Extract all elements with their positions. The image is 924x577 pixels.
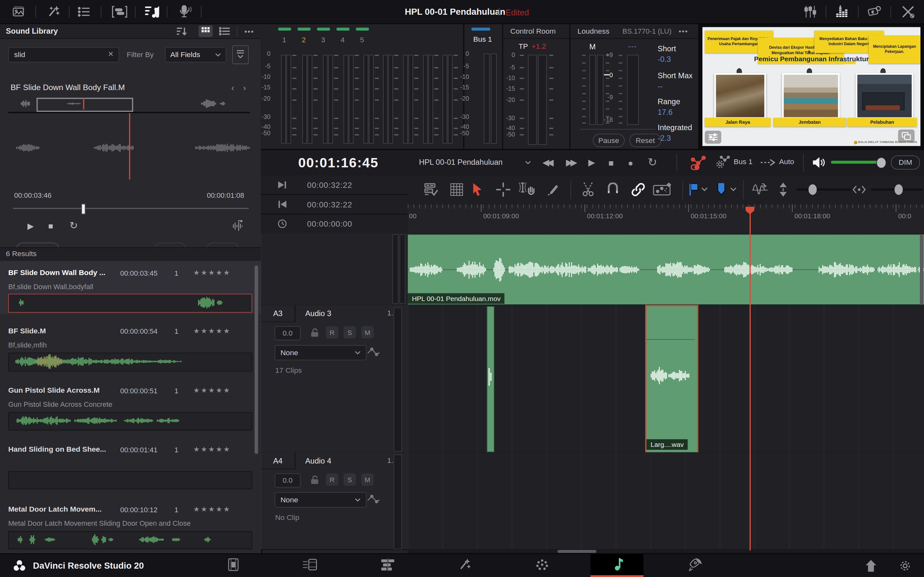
tag-icon[interactable] <box>867 4 882 19</box>
more-options-icon[interactable]: ••• <box>242 25 257 37</box>
solo-button[interactable]: S <box>344 474 356 486</box>
page-color[interactable] <box>525 554 559 575</box>
audio-clip-selected[interactable]: Larg....wav <box>645 305 698 454</box>
vertical-zoom-icon[interactable] <box>778 181 788 198</box>
volume-slider-knob[interactable] <box>876 157 886 168</box>
timeline-vscrollbar-thumb[interactable] <box>920 234 923 305</box>
video-frame[interactable]: Penerimaan Pajak dan Royalti Izin Usaha … <box>702 27 921 146</box>
list-item[interactable]: BF Slide.M 00:00:00:54 1 ★★★★★ Bf,slide,… <box>0 314 261 374</box>
metadata-icon[interactable] <box>111 4 128 19</box>
mute-button[interactable]: M <box>361 326 374 339</box>
channel-number[interactable]: 3 <box>321 36 325 44</box>
list-item[interactable]: Metal Door Latch Movem... 00:00:10:12 1 … <box>0 491 261 554</box>
eq-dropdown[interactable]: None <box>275 492 367 508</box>
track-header-a3[interactable]: A3 Audio 3 1.0 0.0 R S M None 17 Clips <box>261 305 409 453</box>
page-fusion[interactable] <box>449 554 481 575</box>
track-grid-icon[interactable] <box>449 182 465 197</box>
dim-button[interactable]: DIM <box>891 155 920 169</box>
timeline-hscrollbar-thumb[interactable] <box>557 550 596 553</box>
monitor-settings-gear-icon[interactable] <box>715 155 731 170</box>
rating-stars[interactable]: ★★★★★ <box>193 269 231 277</box>
snap-magnet-icon[interactable] <box>605 181 620 198</box>
automation-toggle-icon[interactable] <box>690 154 708 171</box>
list-view-icon[interactable] <box>218 25 231 37</box>
database-icon[interactable] <box>232 45 249 64</box>
rating-stars[interactable]: ★★★★★ <box>193 505 231 514</box>
search-input[interactable] <box>8 47 119 63</box>
lock-icon[interactable] <box>309 326 321 339</box>
result-waveform[interactable] <box>8 471 252 489</box>
page-fairlight-active[interactable] <box>590 554 643 575</box>
preview-waveform[interactable] <box>8 113 250 183</box>
rating-stars[interactable]: ★★★★★ <box>193 386 231 395</box>
track-volume[interactable]: 0.0 <box>275 326 300 340</box>
timeline-options-icon[interactable] <box>424 182 440 197</box>
link-clips-icon[interactable] <box>630 181 647 198</box>
range-select-icon[interactable] <box>495 181 511 198</box>
rating-stars[interactable]: ★★★★★ <box>193 327 231 335</box>
sound-library-icon[interactable] <box>143 3 161 20</box>
list-item[interactable]: Hand Sliding on Bed Shee... 00:00:01:41 … <box>0 432 261 492</box>
preview-play-icon[interactable]: ▶ <box>25 219 37 232</box>
page-edit[interactable] <box>371 554 404 575</box>
record-button[interactable]: ● <box>625 155 636 169</box>
tc-field[interactable]: 00:00:32:22 <box>261 195 408 214</box>
waveform-options-icon[interactable] <box>231 219 245 233</box>
loudness-more-icon[interactable]: ••• <box>678 27 688 35</box>
project-settings-gear-icon[interactable] <box>898 559 912 573</box>
audio-clip-small[interactable] <box>487 306 494 452</box>
channel-number[interactable]: 4 <box>341 36 344 44</box>
record-arm-button[interactable]: R <box>326 474 338 486</box>
mixer-icon[interactable] <box>803 4 818 19</box>
list-item[interactable]: Gun Pistol Slide Across.M 00:00:00:51 1 … <box>0 373 261 433</box>
record-arm-button[interactable]: R <box>326 326 338 339</box>
preview-scrubber-track[interactable] <box>13 208 249 209</box>
page-cut[interactable] <box>294 554 326 575</box>
meters-icon[interactable] <box>835 4 850 19</box>
media-pool-icon[interactable] <box>11 4 27 19</box>
automation-curve-icon[interactable] <box>366 492 381 506</box>
solo-button[interactable]: S <box>344 326 356 339</box>
result-waveform[interactable] <box>8 531 252 550</box>
monitor-mode[interactable]: Auto <box>779 158 794 166</box>
preview-stop-icon[interactable]: ■ <box>45 219 57 232</box>
audio-clip-video[interactable]: HPL 00-01 Pendahuluan.mov <box>408 234 924 305</box>
page-deliver[interactable] <box>679 554 712 575</box>
play-button[interactable]: ▶ <box>586 155 598 169</box>
preview-zoom-region[interactable] <box>37 98 133 112</box>
next-result-icon[interactable]: › <box>240 82 249 93</box>
lock-icon[interactable] <box>309 474 321 486</box>
timeline-selector[interactable]: HPL 00-01 Pendahuluan <box>419 158 503 167</box>
track-lane-a1[interactable]: HPL 00-01 Pendahuluan.mov <box>408 233 924 306</box>
monitor-bus-label[interactable]: Bus 1 <box>734 158 753 166</box>
timeline-hscrollbar-track[interactable] <box>408 550 924 554</box>
marker-chevron-icon[interactable] <box>730 187 737 191</box>
track-header-a4[interactable]: A4 Audio 4 1.0 0.0 R S M None No Clip <box>261 452 409 550</box>
flag-icon[interactable] <box>687 181 700 198</box>
project-manager-icon[interactable] <box>864 559 878 573</box>
track-volume[interactable]: 0.0 <box>275 474 300 488</box>
tc-field[interactable]: 00:00:00:00 <box>261 214 408 234</box>
horizontal-zoom-icon[interactable] <box>852 184 866 195</box>
rewind-button[interactable]: ◀◀ <box>540 155 555 169</box>
voice-over-mic-icon[interactable] <box>177 3 193 20</box>
list-item[interactable]: BF Slide Down Wall Body ... 00:00:03:45 … <box>0 261 261 314</box>
volume-slider-track[interactable] <box>831 161 883 163</box>
chevron-down-icon[interactable] <box>525 161 531 164</box>
speaker-icon[interactable] <box>811 155 827 169</box>
waveform-scroll-icon[interactable] <box>751 181 770 198</box>
track-lane-a4[interactable] <box>408 452 924 550</box>
rating-stars[interactable]: ★★★★★ <box>193 445 231 454</box>
preview-overview-strip[interactable] <box>8 97 250 110</box>
pencil-icon[interactable] <box>544 181 561 198</box>
timeline-ruler[interactable]: 00 00:01:09:00 00:01:12:00 00:01:15:00 0… <box>408 204 924 234</box>
edit-trim-icon[interactable] <box>517 181 537 198</box>
adjust-sliders-icon[interactable] <box>705 131 721 143</box>
automation-curve-icon[interactable] <box>366 345 381 359</box>
index-icon[interactable] <box>77 4 92 19</box>
grid-view-icon[interactable] <box>199 25 213 37</box>
flag-chevron-icon[interactable] <box>701 187 708 191</box>
preview-loop-icon[interactable]: ↻ <box>67 218 80 232</box>
mute-button[interactable]: M <box>361 474 374 486</box>
keyframe-icon[interactable] <box>652 181 674 198</box>
